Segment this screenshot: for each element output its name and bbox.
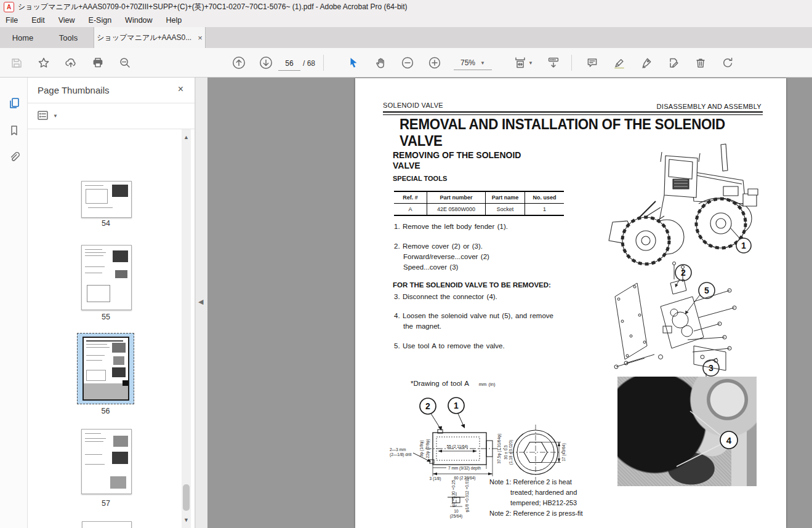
scroll-down-icon[interactable]: ▼ [182, 517, 191, 523]
thumb-art [85, 433, 101, 434]
search-button[interactable] [116, 54, 134, 72]
comment-icon [586, 57, 598, 69]
menu-view[interactable]: View [58, 16, 75, 25]
wheel-loader-illustration: 1 [600, 135, 759, 269]
select-tool-button[interactable] [344, 54, 363, 72]
rotate-button[interactable] [718, 54, 737, 72]
tab-tools[interactable]: Tools [46, 27, 91, 48]
thumb-art [112, 367, 126, 377]
tab-home[interactable]: Home [0, 27, 46, 48]
previous-page-button[interactable] [230, 54, 248, 72]
thumbnail-scrollbar[interactable]: ▲ ▼ [182, 129, 191, 528]
tab-document-label: ショップマニアル+AAAS0... [97, 33, 191, 43]
menu-esign[interactable]: E-Sign [89, 16, 112, 25]
thumb-art [85, 266, 105, 267]
scroll-mode-button[interactable] [544, 54, 563, 72]
table-cell-no-used: 1 [525, 204, 564, 215]
header-rule [383, 111, 763, 115]
solenoid-removal-heading: FOR THE SOLENOID VALVE TO BE REMOVED: [393, 281, 551, 289]
main-toolbar: / 68 75% ▼ ▼ [0, 48, 812, 78]
share-button[interactable] [62, 54, 80, 72]
drawing-caption: *Drawing of tool A mm (in) [411, 379, 495, 389]
page-total-label: / 68 [303, 59, 315, 68]
options-list-icon [36, 109, 50, 122]
zoom-out-button[interactable] [398, 54, 417, 72]
dim-drill-in: (2—1/8) drill [390, 452, 412, 457]
attachments-rail-button[interactable] [6, 149, 22, 166]
menu-help[interactable]: Help [166, 16, 182, 25]
step-3: 3. Disconnect the connector (4). [394, 292, 497, 302]
print-button[interactable] [89, 54, 107, 72]
step-4: 4. Loosen the solenoid valve nut (5), an… [394, 311, 564, 321]
page-up-icon [231, 55, 246, 70]
acrobat-logo-icon: A [4, 2, 14, 12]
exploded-callout-5: 5 [704, 286, 709, 295]
delete-button[interactable] [691, 54, 710, 72]
comment-button[interactable] [583, 54, 601, 72]
scrollbar-thumb[interactable] [183, 484, 190, 511]
dim-drill-mm: 2—3 mm [390, 447, 406, 452]
thumb-art [112, 452, 128, 464]
thumb-art [113, 436, 128, 447]
scroll-up-icon[interactable]: ▲ [182, 134, 191, 140]
page-header-left: SOLENOID VALVE [383, 102, 443, 109]
zoom-in-icon [428, 56, 441, 70]
thumbnail-page-55[interactable] [81, 245, 132, 310]
exploded-callout-2: 2 [681, 268, 686, 278]
panel-header: Page Thumbnails × [28, 78, 195, 103]
thumb-art [86, 360, 102, 361]
exploded-valve-diagram: 2 5 3 [601, 258, 762, 378]
tab-document[interactable]: ショップマニアル+AAAS0... × [94, 27, 206, 48]
page-thumbnails-rail-button[interactable] [6, 95, 22, 111]
doc-title-line1: REMOVAL AND INSTALLATION OF THE SOLENOID [400, 116, 725, 133]
tab-close-icon[interactable]: × [198, 34, 203, 42]
thumb-art [85, 464, 105, 465]
thumbnail-label-57: 57 [81, 499, 131, 508]
thumbnail-page-54[interactable] [81, 181, 132, 218]
hand-tool-button[interactable] [371, 54, 390, 72]
panel-collapse-strip[interactable]: ◀ [195, 78, 207, 528]
scroll-mode-icon [547, 56, 560, 70]
zoom-in-button[interactable] [425, 54, 444, 72]
cloud-upload-icon [65, 57, 77, 69]
panel-close-icon[interactable]: × [178, 84, 183, 95]
thumb-art [86, 370, 106, 381]
thumb-art [85, 185, 103, 186]
page-thumbnails-icon [7, 97, 21, 110]
sign-button[interactable] [637, 54, 656, 72]
highlight-button[interactable] [610, 54, 629, 72]
fit-width-button[interactable]: ▼ [511, 54, 536, 72]
select-tool-icon [347, 57, 360, 69]
thumbnail-page-57[interactable] [81, 429, 132, 494]
table-cell-ref: A [394, 204, 427, 215]
dim-dia375: 37.5φ (1 31/64φ) [497, 434, 502, 464]
zoom-level-dropdown[interactable]: 75% ▼ [454, 56, 492, 70]
menu-file[interactable]: File [6, 16, 18, 25]
edit-document-button[interactable] [664, 54, 683, 72]
zoom-level-value: 75% [460, 58, 475, 67]
page-number-input[interactable] [278, 57, 300, 71]
step-2a: Forward/reverse...cover (2) [403, 252, 489, 262]
next-page-button[interactable] [257, 54, 275, 72]
table-header-no-used: No. used [525, 192, 564, 203]
thumbnail-page-58[interactable] [82, 521, 132, 528]
thumbnail-page-56-selected[interactable] [77, 333, 134, 404]
star-icon [38, 57, 50, 69]
menu-edit[interactable]: Edit [31, 16, 45, 25]
doc-title-line2: VALVE [400, 133, 443, 150]
step-4b: the magnet. [403, 322, 441, 331]
fountain-pen-icon [640, 57, 653, 69]
hand-tool-icon [374, 57, 387, 69]
dim-dia30: 30 ± 0.5 [504, 445, 508, 460]
thumbnail-options-button[interactable]: ▼ [36, 109, 58, 122]
bookmarks-rail-button[interactable] [6, 122, 22, 138]
chevron-down-icon: ▼ [480, 60, 485, 66]
star-button[interactable] [34, 54, 53, 72]
menu-window[interactable]: Window [125, 16, 152, 25]
document-area[interactable]: SOLENOID VALVE DISASSEMBLY AND ASSEMBLY … [207, 78, 812, 528]
photo-callout-4: 4 [726, 435, 732, 446]
thumbnail-label-55: 55 [81, 313, 131, 321]
pdf-page: SOLENOID VALVE DISASSEMBLY AND ASSEMBLY … [355, 78, 786, 528]
save-button[interactable] [7, 54, 26, 72]
table-cell-part-name: Socket [485, 204, 525, 215]
